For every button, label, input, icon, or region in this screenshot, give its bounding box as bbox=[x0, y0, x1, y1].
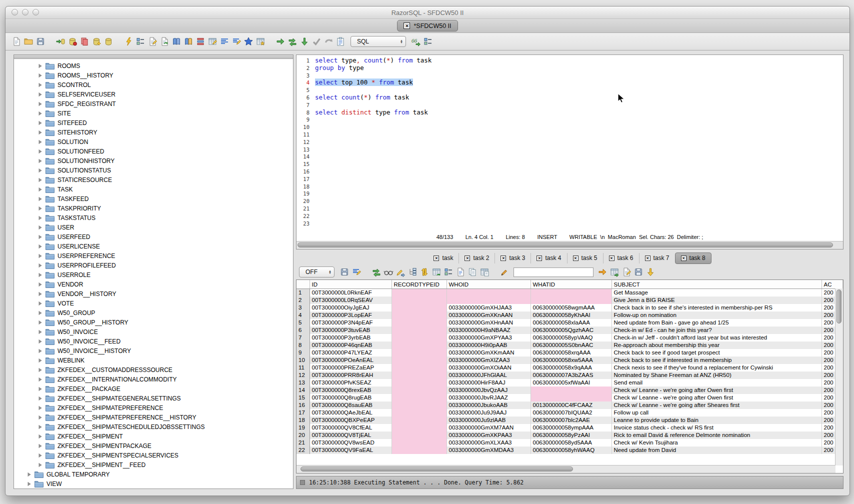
table-cell[interactable]: 006300000058yPzAAI bbox=[530, 432, 612, 439]
code-line[interactable] bbox=[315, 205, 843, 212]
table-row[interactable]: 2000T3000000QV8TjEAL0033000000GmXKPAA300… bbox=[296, 432, 843, 439]
disclosure-triangle-icon[interactable] bbox=[38, 444, 42, 448]
table-cell[interactable]: 0033000000GmXKmAAN bbox=[446, 349, 530, 356]
view-record-icon[interactable] bbox=[455, 266, 466, 278]
tree-item[interactable]: TASKSTATUS bbox=[14, 213, 293, 222]
duplicate-red-icon[interactable] bbox=[79, 36, 90, 47]
table-cell[interactable]: 00T3000000Q8rugEAB bbox=[310, 394, 392, 402]
table-cell-null[interactable] bbox=[392, 342, 446, 349]
table-row[interactable]: 1300T3000000PfvKSEAZ0033000000HirF8AAJ00… bbox=[296, 379, 843, 386]
table-cell-null[interactable] bbox=[530, 394, 612, 402]
table-row[interactable]: 500T3000000P3N4pEAF0033000000GmXHnAAN006… bbox=[296, 319, 843, 326]
code-line[interactable] bbox=[315, 102, 843, 109]
result-tab[interactable]: ✕task 4 bbox=[530, 253, 566, 264]
table-cell[interactable]: Check back to see if good target prospec… bbox=[612, 349, 822, 356]
table-cell[interactable]: 00630000005xfWaAAI bbox=[530, 379, 612, 386]
view-glasses-icon[interactable] bbox=[383, 266, 394, 278]
table-star-icon[interactable] bbox=[255, 36, 266, 47]
code-line[interactable] bbox=[315, 198, 843, 205]
disclosure-triangle-icon[interactable] bbox=[38, 206, 42, 211]
tree-item[interactable]: USERFEED bbox=[14, 232, 293, 242]
tree-item[interactable]: SOLUTIONHISTORY bbox=[14, 156, 293, 166]
table-cell[interactable]: Check w/ Kevin Tsujihara bbox=[612, 439, 822, 446]
table-cell[interactable]: 0033000000JbukoAAB bbox=[446, 402, 530, 409]
clipboard-doc-icon[interactable] bbox=[335, 36, 346, 47]
table-cell-null[interactable] bbox=[392, 424, 446, 432]
disclosure-triangle-icon[interactable] bbox=[38, 120, 42, 126]
disclosure-triangle-icon[interactable] bbox=[38, 92, 42, 97]
list-results-icon[interactable] bbox=[195, 36, 206, 47]
database-icon[interactable] bbox=[103, 36, 114, 47]
table-cell-null[interactable] bbox=[392, 319, 446, 326]
table-cell[interactable]: 00630000007bIQUAA2 bbox=[530, 409, 612, 416]
download-yellow-icon[interactable] bbox=[645, 266, 656, 278]
disclosure-triangle-icon[interactable] bbox=[38, 424, 42, 430]
table-cell[interactable]: Need update from David bbox=[612, 446, 822, 454]
table-cell[interactable]: 006300000058xrqAAA bbox=[530, 349, 612, 356]
results-vertical-scrollbar[interactable] bbox=[835, 288, 843, 466]
table-cell[interactable]: Check w/ Leanne - we're going after Owen… bbox=[612, 394, 822, 402]
tree-item[interactable]: ZKFEDEX__SHIPMENT__FEED bbox=[14, 460, 293, 470]
result-tab[interactable]: ✕task 3 bbox=[494, 253, 530, 264]
close-window-button[interactable] bbox=[12, 9, 18, 16]
disconnect-icon[interactable] bbox=[67, 36, 78, 47]
result-tab[interactable]: ✕task bbox=[428, 253, 458, 264]
tree-item[interactable]: USERPROFILEFEED bbox=[14, 260, 293, 270]
table-cell[interactable]: 0033000000GmXHJAA3 bbox=[446, 304, 530, 312]
select-columns-icon[interactable] bbox=[443, 266, 454, 278]
table-cell-null[interactable] bbox=[392, 394, 446, 402]
code-line[interactable]: select distinct type from task bbox=[315, 109, 843, 116]
table-cell[interactable]: 0013000000C4fFCAAZ bbox=[530, 402, 612, 409]
sql-mode-select[interactable]: SQL ▲▼ bbox=[350, 36, 406, 47]
table-cell[interactable]: 00T3000000QAeJbEAL bbox=[310, 409, 392, 416]
table-row[interactable]: 900T3000000P47LYEAZ0033000000GmXKmAAN006… bbox=[296, 349, 843, 356]
table-cell[interactable]: 00T3000000QBXPeEAP bbox=[310, 416, 392, 424]
table-cell[interactable]: 0033000000GmXPYAA3 bbox=[446, 334, 530, 342]
refresh-sql-icon[interactable] bbox=[159, 36, 170, 47]
close-tab-icon[interactable]: ✕ bbox=[536, 256, 542, 261]
disclosure-triangle-icon[interactable] bbox=[38, 254, 42, 258]
table-cell[interactable]: 006300000058yKhAAI bbox=[530, 312, 612, 319]
column-header[interactable]: WHATID bbox=[530, 280, 612, 289]
tree-item[interactable]: ZKFEDEX__SHIPMENTSPECIALSERVICES bbox=[14, 450, 293, 460]
table-row[interactable]: 100T3000000L0RknEAFGet Massage200 bbox=[296, 289, 843, 297]
tree-item[interactable]: GLOBAL TEMPORARY bbox=[14, 470, 293, 479]
code-line[interactable] bbox=[315, 160, 843, 168]
tree-item[interactable]: ROOMS bbox=[14, 61, 293, 70]
table-cell[interactable]: 0033000000GmXIZAA3 bbox=[446, 356, 530, 364]
tree-item[interactable]: SITEHISTORY bbox=[14, 128, 293, 137]
disclosure-triangle-icon[interactable] bbox=[38, 377, 42, 382]
table-cell[interactable]: 00T3000000Q8sauEAB bbox=[310, 402, 392, 409]
tree-item[interactable]: W50_GROUP bbox=[14, 308, 293, 318]
table-cell[interactable]: 00T3000000QV8TjEAL bbox=[310, 432, 392, 439]
table-cell[interactable]: 0033000000H9i0pAAB bbox=[446, 342, 530, 349]
result-tab[interactable]: ✕task 7 bbox=[639, 253, 675, 264]
disclosure-triangle-icon[interactable] bbox=[38, 301, 42, 306]
open-folder-icon[interactable] bbox=[23, 36, 34, 47]
tree-item[interactable]: W50_INVOICE__FEED bbox=[14, 336, 293, 346]
query-builder-icon[interactable] bbox=[135, 36, 146, 47]
save-icon[interactable] bbox=[35, 36, 46, 47]
editor-horizontal-scrollbar[interactable] bbox=[296, 241, 843, 249]
table-cell[interactable]: 00T3000000L0RqSEAV bbox=[310, 296, 392, 304]
code-line[interactable]: group by type bbox=[315, 64, 843, 72]
table-row[interactable]: 200T3000000L0RqSEAVGive Jenn a BIG RAISE… bbox=[296, 296, 843, 304]
new-connection-icon[interactable] bbox=[91, 36, 102, 47]
table-cell[interactable]: 00T3000000PREZaEAP bbox=[310, 364, 392, 372]
table-cell[interactable]: 006300000058ympAAA bbox=[530, 424, 612, 432]
scrollbar-thumb[interactable] bbox=[298, 242, 833, 248]
table-edit-icon[interactable] bbox=[207, 36, 218, 47]
tree-item[interactable]: ZKFEDEX__SHIPMATEPREFERENCE bbox=[14, 403, 293, 412]
results-list-icon[interactable] bbox=[422, 36, 434, 47]
table-cell[interactable]: 0033000000Ju9J9AAJ bbox=[446, 409, 530, 416]
scrollbar-thumb[interactable] bbox=[300, 466, 573, 472]
table-cell[interactable]: 0033000000GmXM7AAN bbox=[446, 424, 530, 432]
table-row[interactable]: 1700T3000000QAeJbEAL0033000000Ju9J9AAJ00… bbox=[296, 409, 843, 416]
table-row[interactable]: 1500T3000000Q8rugEAB0033000000JbvRJAAZCh… bbox=[296, 394, 843, 402]
tree-item[interactable]: STATICRESOURCE bbox=[14, 175, 293, 184]
new-file-icon[interactable] bbox=[11, 36, 22, 47]
disclosure-triangle-icon[interactable] bbox=[38, 244, 42, 249]
code-line[interactable] bbox=[315, 72, 843, 80]
disclosure-triangle-icon[interactable] bbox=[38, 330, 42, 334]
minimize-window-button[interactable] bbox=[22, 9, 28, 16]
